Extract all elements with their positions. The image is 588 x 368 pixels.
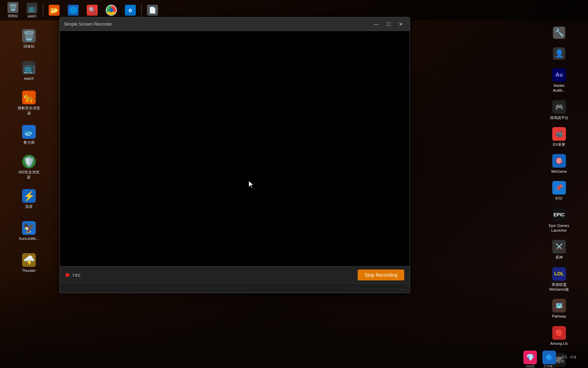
window-statusbar: rec Stop Recording xyxy=(60,266,410,283)
window-controls: — ☐ ✕ xyxy=(372,20,406,28)
taskbar-watch[interactable]: 📺 watch xyxy=(24,2,40,18)
footer-dots: ... xyxy=(400,285,406,291)
desktop-icon-watch-label: watch xyxy=(24,76,34,81)
desktop-icon-ding-label: 钉钉 xyxy=(555,196,563,201)
desktop-icon-among-label: Among.Us xyxy=(550,341,568,346)
left-desktop-sidebar: 🗑️ 回收站 📺 watch 🐆 猎豹安全浏览器 🐟 鲁大师 🛡️ 360安全浏… xyxy=(0,20,58,368)
desktop-icon-xunlei-label: 迅雷 xyxy=(25,204,33,209)
desktop-icon-360-label: 360安全浏览器 xyxy=(18,170,39,180)
desktop-icon-watch[interactable]: 📺 watch xyxy=(15,57,43,86)
mouse-cursor xyxy=(249,181,254,190)
desktop-icon-hero-league[interactable]: LOL 英雄联盟WeGame版 xyxy=(545,265,573,294)
bottom-diamond-icon[interactable]: 💎 mod式 xyxy=(523,351,537,368)
desktop-icon-tray-tool[interactable]: 🔧 xyxy=(545,25,573,42)
desktop-icon-wegame[interactable]: 🎯 WeGame xyxy=(545,152,573,176)
desktop-icon-hero-label: 英雄联盟WeGame版 xyxy=(549,282,569,292)
desktop-icon-among-us[interactable]: 🔴 Among.Us xyxy=(545,324,573,348)
bottom-panel-music-text: 音乐 - 快速式 xyxy=(561,355,576,364)
desktop-icon-fish-master[interactable]: 🐟 鲁大师 xyxy=(15,121,43,150)
desktop-icon-wegame-label: WeGame xyxy=(551,169,567,174)
window-footer: ... xyxy=(60,283,410,293)
window-maximize-button[interactable]: ☐ xyxy=(384,20,393,28)
window-close-button[interactable]: ✕ xyxy=(396,20,406,28)
bottom-panel-label1: mod式 xyxy=(526,364,535,368)
desktop-icon-epic[interactable]: EPIC Epic GamesLauncher xyxy=(545,206,573,235)
desktop-icon-xunleiweb[interactable]: 🦅 XunLeiWe... xyxy=(15,217,43,246)
desktop-icon-epic-label: Epic GamesLauncher xyxy=(549,223,569,233)
desktop-icon-leopard-label: 猎豹安全浏览器 xyxy=(18,106,40,116)
taskbar-edge[interactable]: e xyxy=(122,2,138,18)
bottom-right-panel: 💎 mod式 🔷 万兴唯... 音乐 - 快速式 xyxy=(520,351,588,368)
desktop-icon-yuan-label: 原神 xyxy=(555,255,563,260)
taskbar-document[interactable]: 📄 xyxy=(144,2,161,18)
right-desktop-sidebar: 🔧 👤 Au AdobeAuditi... 🎮 游戏战平台 📹 EV录屏 🎯 W… xyxy=(530,20,588,368)
taskbar-watch-label: watch xyxy=(28,14,36,18)
desktop-icon-recycle[interactable]: 🗑️ 回收站 xyxy=(15,25,43,53)
desktop-icon-game-voice[interactable]: 🎮 游戏战平台 xyxy=(545,98,573,122)
taskbar-360search[interactable]: 🔍 xyxy=(84,2,100,18)
desktop-icon-yuanshen[interactable]: ⚔️ 原神 xyxy=(545,238,573,262)
bottom-panel-label2: 万兴唯... xyxy=(543,364,555,368)
desktop-icon-xunlei[interactable]: ⚡ 迅雷 xyxy=(15,185,43,214)
rec-label: rec xyxy=(72,272,81,278)
taskbar-ie[interactable]: 🌐 xyxy=(65,2,81,18)
rec-dot xyxy=(65,273,69,277)
desktop-icon-adobe-audition[interactable]: Au AdobeAuditi... xyxy=(545,66,573,95)
desktop-icon-pathway-label: Pathway xyxy=(552,314,566,319)
desktop-icon-recycle-label: 回收站 xyxy=(23,44,35,49)
desktop-icon-360-browser[interactable]: 🛡️ 360安全浏览器 xyxy=(15,153,43,182)
taskbar-folder[interactable]: 📂 xyxy=(46,2,62,18)
window-title: Simple Screen Recorder xyxy=(64,21,372,27)
desktop-icon-character-tool[interactable]: 👤 xyxy=(545,45,573,63)
desktop-icon-xunleiweb-label: XunLeiWe... xyxy=(19,236,39,241)
desktop-icon-pathway[interactable]: 🗺️ Pathway xyxy=(545,297,573,321)
desktop-icon-leopard-browser[interactable]: 🐆 猎豹安全浏览器 xyxy=(15,89,43,118)
desktop-icon-game-label: 游戏战平台 xyxy=(550,115,569,120)
stop-recording-button[interactable]: Stop Recording xyxy=(358,270,404,280)
desktop-icon-thunder-label: Thunder xyxy=(22,268,36,273)
bottom-wanjun-icon[interactable]: 🔷 万兴唯... xyxy=(542,351,556,368)
taskbar-chrome[interactable] xyxy=(103,2,119,18)
window-minimize-button[interactable]: — xyxy=(372,20,381,28)
taskbar-recycle-bin[interactable]: 🗑️ 回收站 xyxy=(5,2,21,18)
taskbar-recycle-label: 回收站 xyxy=(8,14,18,18)
svg-marker-0 xyxy=(249,181,254,188)
window-recording-area xyxy=(60,31,410,266)
desktop-icon-adobe-label: AdobeAuditi... xyxy=(553,83,566,93)
window-titlebar: Simple Screen Recorder — ☐ ✕ xyxy=(60,17,410,31)
rec-indicator: rec xyxy=(65,272,81,278)
desktop-icon-ev-label: EV录屏 xyxy=(553,142,566,147)
desktop-icon-ev-recorder[interactable]: 📹 EV录屏 xyxy=(545,125,573,149)
desktop-icon-thunder[interactable]: 🌩️ Thunder xyxy=(15,249,43,278)
desktop-icon-dingding[interactable]: 📌 钉钉 xyxy=(545,179,573,203)
app-window: Simple Screen Recorder — ☐ ✕ rec Stop Re… xyxy=(60,17,410,293)
desktop-icon-fish-label: 鲁大师 xyxy=(23,140,35,145)
